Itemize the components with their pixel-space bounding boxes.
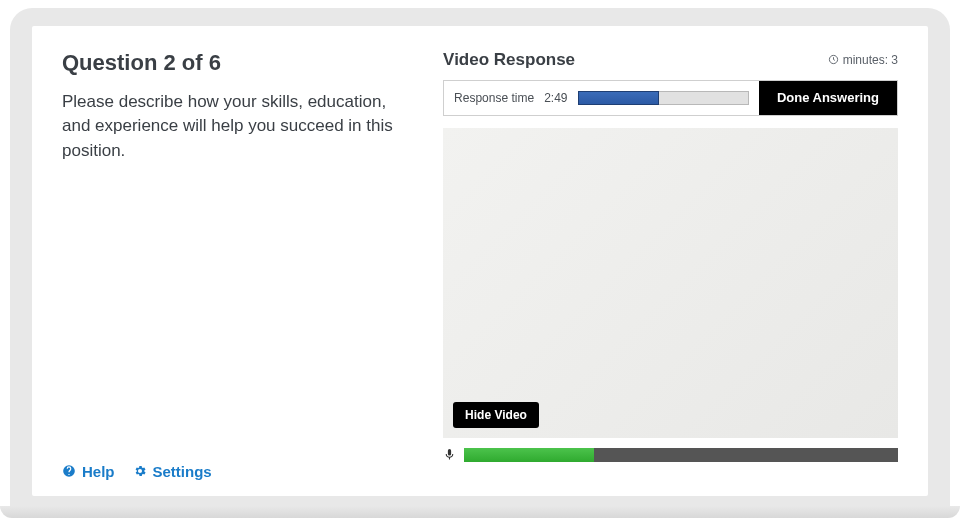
- minutes-label: minutes: 3: [843, 53, 898, 67]
- response-bar-left: Response time 2:49: [444, 81, 759, 115]
- video-preview: Hide Video: [443, 128, 898, 438]
- footer-links: Help Settings: [62, 463, 413, 486]
- hide-video-button[interactable]: Hide Video: [453, 402, 539, 428]
- response-progress-track: [578, 91, 749, 105]
- video-header: Video Response: [443, 50, 575, 70]
- gear-icon: [133, 464, 147, 478]
- clock-icon: [828, 54, 839, 65]
- video-pane: Video Response minutes: 3 Response time …: [443, 50, 898, 486]
- laptop-frame: Question 2 of 6 Please describe how your…: [10, 8, 950, 518]
- response-time-value: 2:49: [544, 91, 567, 105]
- help-label: Help: [82, 463, 115, 480]
- question-title: Question 2 of 6: [62, 50, 413, 76]
- done-answering-button[interactable]: Done Answering: [759, 81, 897, 115]
- question-text: Please describe how your skills, educati…: [62, 90, 413, 164]
- help-icon: [62, 464, 76, 478]
- microphone-icon: [443, 448, 456, 461]
- response-time-label: Response time: [454, 91, 534, 105]
- help-link[interactable]: Help: [62, 463, 115, 480]
- mic-level-track: [464, 448, 898, 462]
- app-screen: Question 2 of 6 Please describe how your…: [32, 26, 928, 496]
- settings-link[interactable]: Settings: [133, 463, 212, 480]
- laptop-base: [0, 506, 960, 518]
- settings-label: Settings: [153, 463, 212, 480]
- question-pane: Question 2 of 6 Please describe how your…: [62, 50, 413, 486]
- minutes-remaining: minutes: 3: [828, 53, 898, 67]
- mic-level-fill: [464, 448, 594, 462]
- response-progress-fill: [578, 91, 659, 105]
- response-bar: Response time 2:49 Done Answering: [443, 80, 898, 116]
- video-header-row: Video Response minutes: 3: [443, 50, 898, 70]
- mic-level-row: [443, 448, 898, 466]
